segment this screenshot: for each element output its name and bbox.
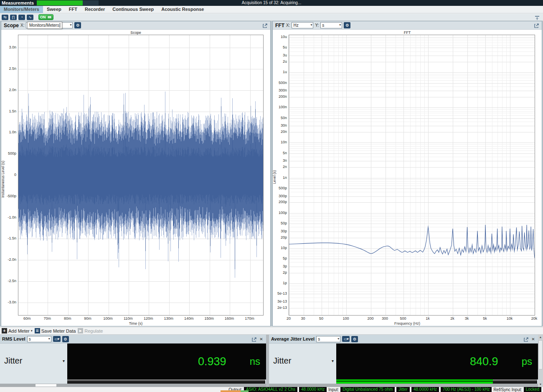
save-icon [35, 328, 40, 333]
io-connector-icon[interactable]: ⇆ [2, 15, 8, 20]
meter-bar-graph [67, 379, 265, 384]
title-bar: Measurements Acquisition 15 of 32: Acqui… [0, 0, 543, 6]
status-badge: ASIO: ASIO4ALL v2 2 Chs [244, 387, 297, 392]
on-toggle-knob-icon [47, 15, 52, 19]
scope-plot-area[interactable] [18, 35, 264, 316]
monitor-clock-icon[interactable]: ◔ [18, 15, 25, 20]
fft-x-combobox[interactable]: Hz [292, 22, 313, 28]
y-axis-tick-label: 3p [273, 264, 287, 268]
scope-chart-region: Scope Instantaneous Level (s) Time (s) 3… [1, 30, 270, 326]
fft-open-in-window-icon[interactable] [534, 23, 539, 28]
meter-settings-gear-icon[interactable] [62, 336, 69, 342]
y-axis-tick-label: 1n [273, 176, 287, 180]
y-axis-tick-label: 20n [273, 130, 287, 134]
y-axis-tick-label: 20p [273, 235, 287, 239]
scope-chart-title: Scope [1, 31, 270, 35]
y-axis-tick-label: -3.0n [2, 300, 16, 304]
tab-continuous-sweep[interactable]: Continuous Sweep [109, 6, 157, 13]
unit-combobox-value: s [318, 337, 320, 341]
rms-level-meter: RMS Level s Jitter 0.939 ns [0, 335, 266, 387]
x-axis-tick-label: 5k [476, 316, 494, 321]
fft-y-combobox[interactable]: s [320, 22, 342, 28]
scroll-up-icon[interactable] [538, 335, 543, 340]
y-axis-tick-label: 50p [273, 221, 287, 225]
meter-display: 840.9 ps [336, 344, 538, 379]
y-axis-tick-label: 100n [273, 105, 287, 109]
fft-y-combobox-value: s [322, 23, 324, 28]
tab-acoustic-response[interactable]: Acoustic Response [157, 6, 208, 13]
y-axis-tick-label: 500p [273, 186, 287, 190]
regulate-label: Regulate [84, 328, 103, 333]
monitors-on-toggle[interactable]: ON [38, 14, 53, 20]
fft-panel-title: FFT [275, 23, 284, 28]
tab-monitors-meters[interactable]: Monitors/Meters [0, 6, 43, 13]
meter-bar-graph [336, 379, 537, 384]
x-axis-tick-label: 300 [376, 316, 394, 321]
meters-vertical-scrollbar[interactable] [538, 335, 543, 387]
analyzer-waveform-icon[interactable]: ∿ [27, 15, 33, 20]
generator-square-wave-icon[interactable]: ∏ [10, 15, 17, 20]
x-axis-tick-label: 160m [220, 316, 239, 321]
main-toolbar: ⇆∏◔∿ ON [0, 14, 543, 21]
fft-plot-area[interactable] [289, 35, 535, 316]
add-meter-label: Add Meter [8, 328, 30, 333]
meter-open-in-window-icon[interactable] [523, 336, 529, 342]
meter-display-mode-icon[interactable] [342, 336, 350, 342]
progress-fill [37, 0, 83, 5]
channel-label: Jitter [273, 356, 291, 366]
x-axis-tick-label: 30 [294, 316, 312, 321]
y-axis-tick-label: 500p [2, 151, 16, 155]
fft-settings-gear-icon[interactable] [344, 22, 350, 28]
meter-display-mode-icon[interactable] [53, 336, 61, 342]
chevron-down-icon [70, 23, 71, 27]
meter-settings-gear-icon[interactable] [351, 336, 358, 342]
tab-fft[interactable]: FFT [65, 6, 81, 13]
status-badge: Jitter [396, 387, 410, 392]
rms-unit-combobox[interactable]: s [27, 336, 51, 342]
y-axis-tick-label: 2u [273, 59, 287, 64]
close-meter-icon[interactable] [259, 336, 264, 342]
x-axis-tick-label: 50 [312, 316, 330, 321]
y-axis-tick-label: 2.5n [2, 66, 16, 71]
close-meter-icon[interactable] [530, 336, 536, 342]
status-badge: Locked [524, 387, 541, 392]
scroll-down-icon[interactable] [538, 382, 543, 387]
y-axis-tick-label: 200n [273, 94, 287, 99]
y-axis-tick-label: 50n [273, 116, 287, 120]
tab-sweep[interactable]: Sweep [43, 6, 65, 13]
status-badge: Digital Unbalanced 75 ohm [340, 387, 395, 392]
channel-selector[interactable]: Jitter [269, 344, 336, 379]
scrollbar-thumb[interactable] [36, 384, 56, 387]
play-icon [78, 328, 83, 333]
status-label: Input: [328, 387, 339, 392]
measurement-tab-bar: Monitors/MetersSweepFFTRecorderContinuou… [0, 6, 543, 13]
y-axis-tick-label: 10n [273, 140, 287, 144]
average-jitter-meter-header: Average Jitter Level s [269, 335, 538, 344]
fft-y-field-label: Y: [315, 23, 319, 28]
tab-recorder[interactable]: Recorder [81, 6, 109, 13]
y-axis-tick-label: 300p [273, 194, 287, 198]
chevron-down-icon [339, 23, 341, 27]
y-axis-tick-label: 0 [2, 173, 16, 177]
meter-open-in-window-icon[interactable] [251, 336, 257, 342]
regulate-button[interactable]: Regulate [78, 328, 103, 333]
channel-selector[interactable]: Jitter [0, 344, 67, 379]
meter-bar-fill [336, 379, 493, 384]
save-meter-data-button[interactable]: Save Meter Data [35, 328, 76, 333]
avg-jitter-unit-combobox[interactable]: s [316, 336, 340, 342]
scrollbar-thumb[interactable] [538, 340, 543, 369]
scope-open-in-window-icon[interactable] [262, 23, 268, 28]
add-meter-button[interactable]: Add Meter [2, 328, 33, 333]
meters-area: RMS Level s Jitter 0.939 ns [0, 335, 543, 387]
scope-settings-gear-icon[interactable] [74, 22, 81, 28]
x-axis-tick-label: 1k [419, 316, 437, 321]
y-axis-tick-label: 200p [273, 200, 287, 204]
meter-horizontal-scrollbar[interactable] [0, 384, 266, 387]
meter-horizontal-scrollbar[interactable] [269, 384, 538, 387]
y-axis-tick-label: 5n [273, 151, 287, 155]
x-axis-tick-label: 70m [38, 316, 56, 321]
x-axis-tick-label: 140m [180, 316, 198, 321]
meter-value: 0.939 [198, 355, 226, 368]
y-axis-tick-label: 1p [273, 281, 287, 285]
scope-x-field-label: X: [20, 23, 24, 28]
